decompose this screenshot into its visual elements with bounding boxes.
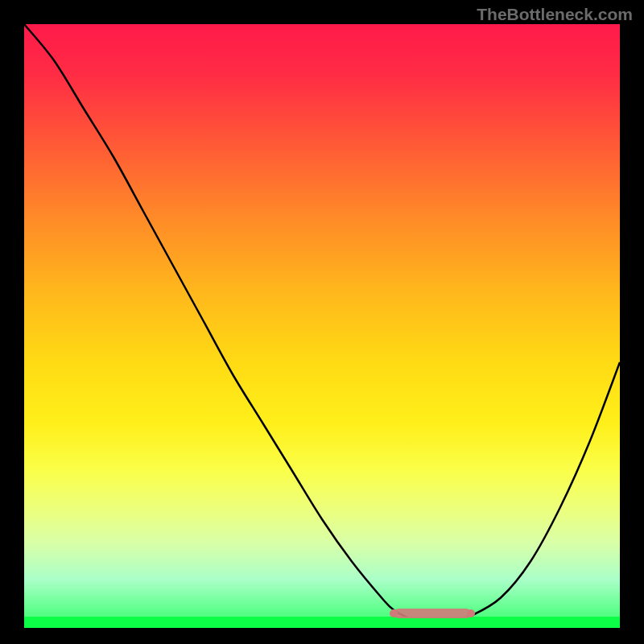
watermark-text: TheBottleneck.com [477, 5, 633, 24]
chart-curve-svg [24, 24, 620, 628]
optimal-range-marker-dot-right [467, 609, 475, 617]
chart-bottom-optimal-strip [24, 617, 620, 628]
bottleneck-curve-line [24, 24, 620, 622]
optimal-range-marker-band [394, 609, 471, 618]
optimal-range-marker-dot-left [390, 609, 398, 617]
chart-plot-area [24, 24, 620, 628]
